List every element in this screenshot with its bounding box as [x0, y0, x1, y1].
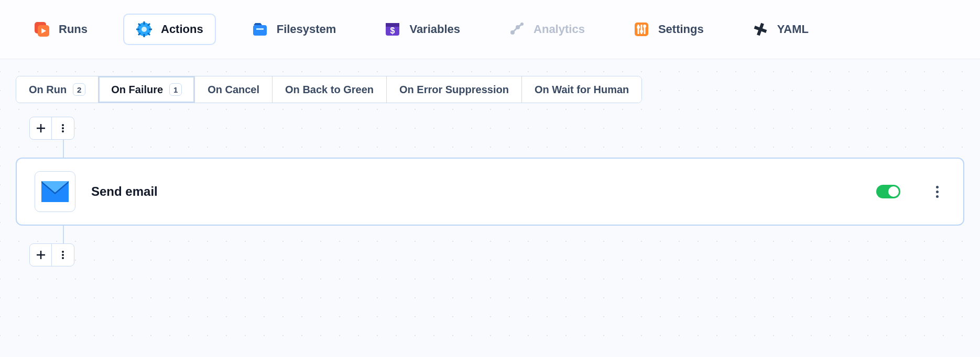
email-icon — [35, 171, 75, 212]
svg-point-28 — [640, 30, 643, 33]
action-card-send-email[interactable]: Send email — [16, 158, 964, 226]
tab-actions[interactable]: Actions — [123, 14, 216, 45]
trigger-on-run[interactable]: On Run 2 — [16, 76, 99, 103]
action-more-button[interactable] — [929, 183, 945, 200]
more-options-button[interactable] — [52, 117, 74, 139]
add-node-bottom — [29, 243, 74, 266]
trigger-label: On Failure — [111, 84, 163, 96]
trigger-on-failure[interactable]: On Failure 1 — [99, 76, 195, 103]
svg-point-27 — [637, 26, 640, 29]
trigger-tabs: On Run 2 On Failure 1 On Cancel On Back … — [16, 76, 642, 103]
trigger-label: On Error Suppression — [399, 84, 509, 96]
analytics-icon — [508, 21, 525, 38]
trigger-on-cancel[interactable]: On Cancel — [195, 76, 273, 103]
trigger-on-back-to-green[interactable]: On Back to Green — [273, 76, 387, 103]
tab-label: Variables — [409, 23, 460, 36]
trigger-label: On Cancel — [208, 84, 259, 96]
tab-settings[interactable]: Settings — [620, 14, 716, 45]
tab-label: Analytics — [533, 23, 585, 36]
tab-filesystem[interactable]: Filesystem — [239, 14, 349, 45]
tab-yaml[interactable]: YAML — [739, 14, 821, 45]
actions-icon — [136, 21, 153, 38]
svg-line-21 — [513, 27, 518, 32]
trigger-count: 1 — [169, 83, 182, 96]
runs-icon — [34, 21, 50, 38]
tab-variables[interactable]: $ Variables — [372, 14, 473, 45]
tab-analytics: Analytics — [496, 14, 597, 45]
tab-label: Settings — [658, 23, 704, 36]
filesystem-icon — [252, 21, 268, 38]
trigger-label: On Wait for Human — [535, 84, 629, 96]
add-node-top — [29, 117, 74, 140]
add-action-button[interactable] — [30, 117, 52, 139]
variables-icon: $ — [384, 21, 401, 38]
trigger-on-wait-for-human[interactable]: On Wait for Human — [522, 76, 641, 103]
connector-line — [63, 140, 64, 158]
top-nav: Runs Actions Filesystem — [0, 0, 980, 59]
svg-rect-13 — [253, 25, 267, 36]
action-enabled-toggle[interactable] — [876, 185, 900, 198]
tab-label: Runs — [59, 23, 88, 36]
svg-text:$: $ — [390, 26, 395, 35]
action-title: Send email — [91, 184, 861, 199]
actions-canvas: On Run 2 On Failure 1 On Cancel On Back … — [0, 59, 980, 353]
trigger-on-error-suppression[interactable]: On Error Suppression — [387, 76, 522, 103]
tab-label: Filesystem — [277, 23, 336, 36]
trigger-label: On Back to Green — [285, 84, 374, 96]
more-options-button[interactable] — [52, 244, 74, 266]
yaml-icon — [752, 21, 769, 38]
trigger-count: 2 — [73, 83, 85, 96]
settings-icon — [633, 21, 650, 38]
svg-point-12 — [141, 27, 147, 32]
svg-rect-14 — [256, 28, 264, 30]
tab-label: Actions — [161, 23, 203, 36]
connector-line — [63, 226, 64, 243]
svg-point-29 — [643, 25, 646, 28]
add-action-button[interactable] — [30, 244, 52, 266]
trigger-label: On Run — [29, 84, 67, 96]
tab-label: YAML — [777, 23, 809, 36]
tab-runs[interactable]: Runs — [21, 14, 100, 45]
